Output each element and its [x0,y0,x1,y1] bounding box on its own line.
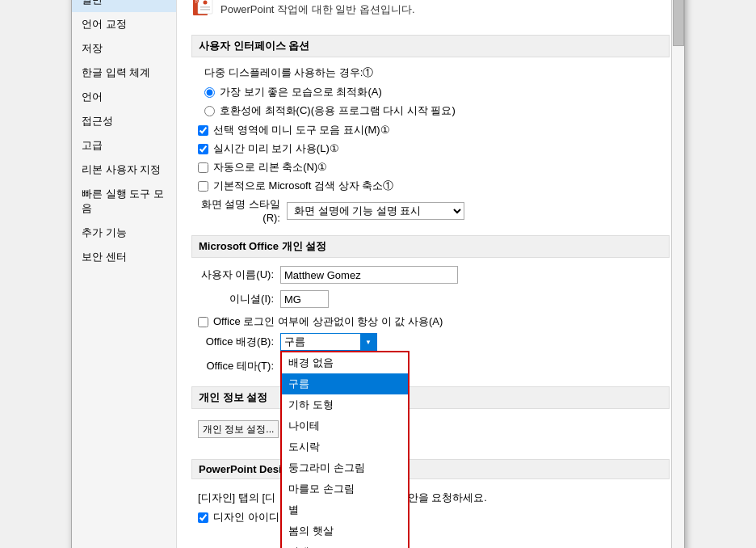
dropdown-option-calligraphy[interactable]: 서예 [282,542,408,548]
personal-info-content: 개인 정보 설정... [191,417,670,448]
initials-row: 이니셜(I): [191,290,670,308]
dialog-body: 일반 언어 교정 저장 한글 입력 체계 언어 접근성 고급 리본 사용자 지정… [72,0,684,548]
designer-text-part1: [디자인] 탭의 [디 [198,491,275,505]
checkbox-auto-ribbon[interactable] [198,162,208,173]
background-dropdown-wrapper: 구름 ▼ 배경 없음 구름 기하 도형 나이테 도시락 둥그라 [280,333,377,351]
checkbox-auto-ribbon-row: 자동으로 리본 축소(N)① [198,160,670,175]
scrollbar[interactable] [671,0,684,548]
screentip-select[interactable]: 화면 설명에 기능 설명 표시 [287,202,464,220]
sidebar-item-save[interactable]: 저장 [72,36,176,61]
dropdown-option-bento[interactable]: 도시락 [282,436,408,457]
sidebar-item-korean[interactable]: 한글 입력 체계 [72,61,176,85]
designer-section: PowerPoint Designer [디자인] 탭의 [디 ... 하여 언… [191,459,670,532]
screentip-label: 화면 설명 스타일(R): [198,197,287,224]
personal-info-title: 개인 정보 설정 [191,386,670,409]
username-input[interactable] [280,266,458,284]
personal-info-btn[interactable]: 개인 정보 설정... [198,420,279,438]
sidebar: 일반 언어 교정 저장 한글 입력 체계 언어 접근성 고급 리본 사용자 지정… [72,0,177,548]
sidebar-item-language[interactable]: 언어 [72,85,176,109]
content-header: P PowerPoint 작업에 대한 일반 옵션입니다. [191,0,670,23]
sidebar-item-qat[interactable]: 빠른 실행 도구 모음 [72,182,176,221]
background-dropdown-value: 구름 [281,335,360,349]
initials-label: 이니셜(I): [191,292,280,306]
always-use-row: Office 로그인 여부에 상관없이 항상 이 값 사용(A) [198,314,670,329]
sidebar-item-accessibility[interactable]: 접근성 [72,109,176,133]
personal-info-section: 개인 정보 설정 개인 정보 설정... [191,386,670,448]
initials-input[interactable] [280,290,329,308]
screentip-row: 화면 설명 스타일(R): 화면 설명에 기능 설명 표시 [198,197,670,224]
office-settings-title: Microsoft Office 개인 설정 [191,235,670,258]
sidebar-item-advanced[interactable]: 고급 [72,133,176,158]
dropdown-option-diamond-sketch[interactable]: 마를모 손그림 [282,478,408,500]
designer-content: [디자인] 탭의 [디 ... 하여 언제든지 디자인 제안을 요청하세요. 디… [191,487,670,532]
powerpoint-icon: P [191,0,214,23]
dropdown-option-no-background[interactable]: 배경 없음 [282,352,408,373]
dropdown-arrow-icon: ▼ [360,333,376,351]
checkbox-mini-toolbar-label: 선택 영역에 미니 도구 모음 표시(M)① [213,123,390,137]
sidebar-item-trust[interactable]: 보안 센터 [72,245,176,269]
checkbox-design-ideas[interactable] [198,512,208,523]
scrollbar-thumb[interactable] [673,0,684,46]
powerpoint-options-dialog: PowerPoint 옵션 ? ✕ 일반 언어 교정 저장 한글 입력 체계 언… [71,0,685,548]
checkbox-mini-toolbar[interactable] [198,125,208,136]
designer-checkbox-row: 디자인 아이디 [198,510,670,525]
radio-optimize-row: 가장 보기 좋은 모습으로 최적화(A) [204,85,670,99]
checkbox-default-tooltip[interactable] [198,181,208,192]
checkbox-always-use[interactable] [198,317,208,327]
checkbox-default-tooltip-label: 기본적으로 Microsoft 검색 상자 축소① [213,179,393,193]
sidebar-item-ribbon[interactable]: 리본 사용자 지정 [72,158,176,182]
dropdown-option-geometry[interactable]: 기하 도형 [282,394,408,415]
ui-options-section: 사용자 인터페이스 옵션 다중 디스플레이를 사용하는 경우:① 가장 보기 좋… [191,35,670,224]
content-header-text: PowerPoint 작업에 대한 일반 옵션입니다. [220,2,415,17]
svg-rect-3 [200,6,210,8]
checkbox-mini-toolbar-row: 선택 영역에 미니 도구 모음 표시(M)① [198,123,670,137]
theme-label: Office 테마(T): [191,359,280,373]
checkbox-live-preview[interactable] [198,144,208,154]
designer-title: PowerPoint Designer [191,459,670,479]
background-dropdown[interactable]: 구름 ▼ [280,333,377,351]
sidebar-item-general[interactable]: 일반 [72,0,176,12]
checkbox-default-tooltip-row: 기본적으로 Microsoft 검색 상자 축소① [198,179,670,193]
checkbox-live-preview-row: 실시간 미리 보기 사용(L)① [198,141,670,156]
dropdown-option-spring-sun[interactable]: 봄의 햇살 [282,521,408,542]
dropdown-option-star[interactable]: 별 [282,500,408,521]
dropdown-option-circle-sketch[interactable]: 둥그라미 손그림 [282,457,408,478]
svg-rect-4 [200,9,210,11]
radio-compatible[interactable] [204,106,215,116]
theme-row: Office 테마(T): [191,357,670,375]
radio-compatible-row: 호환성에 최적화(C)(응용 프로그램 다시 시작 필요) [204,103,670,118]
checkbox-live-preview-label: 실시간 미리 보기 사용(L)① [213,141,339,156]
username-label: 사용자 이름(U): [191,268,280,282]
designer-text-row: [디자인] 탭의 [디 ... 하여 언제든지 디자인 제안을 요청하세요. [198,491,670,505]
background-dropdown-popup: 배경 없음 구름 기하 도형 나이테 도시락 둥그라미 손그림 마를모 손그림 … [280,351,410,548]
display-radio-group: 가장 보기 좋은 모습으로 최적화(A) 호환성에 최적화(C)(응용 프로그램… [204,85,670,118]
checkbox-auto-ribbon-label: 자동으로 리본 축소(N)① [213,160,327,175]
sidebar-item-addins[interactable]: 추가 기능 [72,221,176,245]
content-area: P PowerPoint 작업에 대한 일반 옵션입니다. 사용자 인터페이스 … [177,0,684,548]
username-row: 사용자 이름(U): [191,266,670,284]
svg-point-2 [204,1,208,5]
background-label: Office 배경(B): [191,335,280,349]
background-row: Office 배경(B): 구름 ▼ 배경 없음 구름 기하 도형 [191,333,670,351]
dropdown-option-tree-rings[interactable]: 나이테 [282,415,408,436]
always-use-label: Office 로그인 여부에 상관없이 항상 이 값 사용(A) [213,314,443,329]
checkbox-design-ideas-label: 디자인 아이디 [213,510,279,525]
radio-compatible-label: 호환성에 최적화(C)(응용 프로그램 다시 시작 필요) [220,103,456,118]
multi-display-label: 다중 디스플레이를 사용하는 경우:① [204,65,670,80]
ui-options-title: 사용자 인터페이스 옵션 [191,35,670,57]
radio-optimize[interactable] [204,87,215,98]
dropdown-option-clouds[interactable]: 구름 [282,373,408,394]
radio-optimize-label: 가장 보기 좋은 모습으로 최적화(A) [220,85,382,99]
sidebar-item-proofing[interactable]: 언어 교정 [72,12,176,36]
office-settings-section: Microsoft Office 개인 설정 사용자 이름(U): 이니셜(I)… [191,235,670,375]
